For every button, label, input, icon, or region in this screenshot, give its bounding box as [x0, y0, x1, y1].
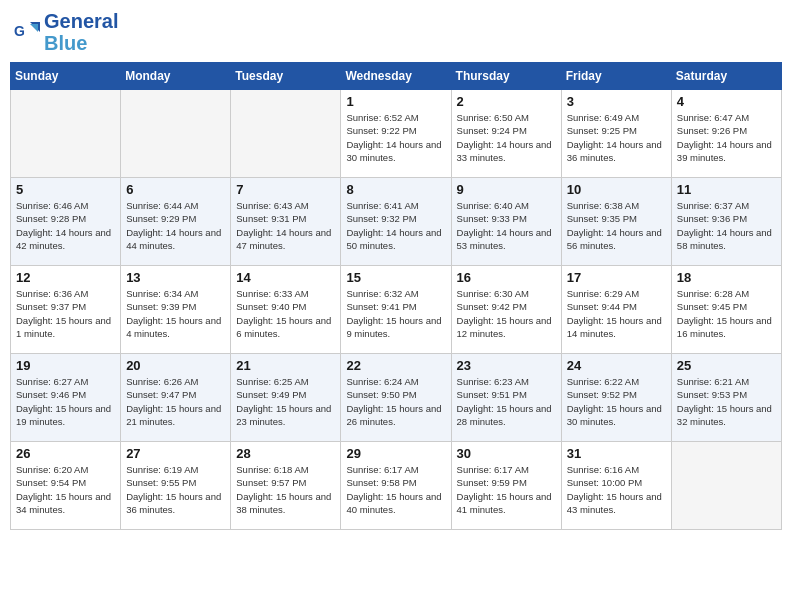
- day-number: 20: [126, 358, 225, 373]
- day-number: 18: [677, 270, 776, 285]
- calendar-cell: 6Sunrise: 6:44 AMSunset: 9:29 PMDaylight…: [121, 178, 231, 266]
- svg-text:G: G: [14, 23, 25, 39]
- calendar-cell: [11, 90, 121, 178]
- calendar-body: 1Sunrise: 6:52 AMSunset: 9:22 PMDaylight…: [11, 90, 782, 530]
- calendar-cell: 14Sunrise: 6:33 AMSunset: 9:40 PMDayligh…: [231, 266, 341, 354]
- logo-icon: G: [14, 18, 42, 46]
- day-number: 28: [236, 446, 335, 461]
- day-number: 24: [567, 358, 666, 373]
- calendar-cell: 10Sunrise: 6:38 AMSunset: 9:35 PMDayligh…: [561, 178, 671, 266]
- calendar-cell: 20Sunrise: 6:26 AMSunset: 9:47 PMDayligh…: [121, 354, 231, 442]
- calendar-cell: 27Sunrise: 6:19 AMSunset: 9:55 PMDayligh…: [121, 442, 231, 530]
- calendar-table: SundayMondayTuesdayWednesdayThursdayFrid…: [10, 62, 782, 530]
- calendar-week-row: 19Sunrise: 6:27 AMSunset: 9:46 PMDayligh…: [11, 354, 782, 442]
- day-number: 11: [677, 182, 776, 197]
- day-info: Sunrise: 6:17 AMSunset: 9:59 PMDaylight:…: [457, 463, 556, 516]
- calendar-cell: 16Sunrise: 6:30 AMSunset: 9:42 PMDayligh…: [451, 266, 561, 354]
- day-info: Sunrise: 6:27 AMSunset: 9:46 PMDaylight:…: [16, 375, 115, 428]
- calendar-week-row: 5Sunrise: 6:46 AMSunset: 9:28 PMDaylight…: [11, 178, 782, 266]
- day-info: Sunrise: 6:19 AMSunset: 9:55 PMDaylight:…: [126, 463, 225, 516]
- day-info: Sunrise: 6:23 AMSunset: 9:51 PMDaylight:…: [457, 375, 556, 428]
- weekday-header: Tuesday: [231, 63, 341, 90]
- day-number: 25: [677, 358, 776, 373]
- day-info: Sunrise: 6:30 AMSunset: 9:42 PMDaylight:…: [457, 287, 556, 340]
- svg-marker-2: [30, 24, 38, 32]
- day-number: 31: [567, 446, 666, 461]
- calendar-cell: 23Sunrise: 6:23 AMSunset: 9:51 PMDayligh…: [451, 354, 561, 442]
- day-info: Sunrise: 6:17 AMSunset: 9:58 PMDaylight:…: [346, 463, 445, 516]
- day-number: 2: [457, 94, 556, 109]
- day-number: 27: [126, 446, 225, 461]
- calendar-cell: [121, 90, 231, 178]
- day-info: Sunrise: 6:28 AMSunset: 9:45 PMDaylight:…: [677, 287, 776, 340]
- day-number: 21: [236, 358, 335, 373]
- calendar-cell: 17Sunrise: 6:29 AMSunset: 9:44 PMDayligh…: [561, 266, 671, 354]
- calendar-cell: 7Sunrise: 6:43 AMSunset: 9:31 PMDaylight…: [231, 178, 341, 266]
- day-info: Sunrise: 6:16 AMSunset: 10:00 PMDaylight…: [567, 463, 666, 516]
- weekday-header: Wednesday: [341, 63, 451, 90]
- day-info: Sunrise: 6:41 AMSunset: 9:32 PMDaylight:…: [346, 199, 445, 252]
- day-number: 13: [126, 270, 225, 285]
- day-number: 22: [346, 358, 445, 373]
- calendar-cell: 31Sunrise: 6:16 AMSunset: 10:00 PMDaylig…: [561, 442, 671, 530]
- day-number: 17: [567, 270, 666, 285]
- day-info: Sunrise: 6:37 AMSunset: 9:36 PMDaylight:…: [677, 199, 776, 252]
- calendar-cell: 2Sunrise: 6:50 AMSunset: 9:24 PMDaylight…: [451, 90, 561, 178]
- day-info: Sunrise: 6:52 AMSunset: 9:22 PMDaylight:…: [346, 111, 445, 164]
- day-info: Sunrise: 6:33 AMSunset: 9:40 PMDaylight:…: [236, 287, 335, 340]
- calendar-cell: 21Sunrise: 6:25 AMSunset: 9:49 PMDayligh…: [231, 354, 341, 442]
- day-info: Sunrise: 6:34 AMSunset: 9:39 PMDaylight:…: [126, 287, 225, 340]
- day-number: 26: [16, 446, 115, 461]
- logo-text: GeneralBlue: [44, 10, 118, 54]
- calendar-cell: [231, 90, 341, 178]
- day-number: 16: [457, 270, 556, 285]
- day-info: Sunrise: 6:29 AMSunset: 9:44 PMDaylight:…: [567, 287, 666, 340]
- day-number: 15: [346, 270, 445, 285]
- day-info: Sunrise: 6:20 AMSunset: 9:54 PMDaylight:…: [16, 463, 115, 516]
- day-info: Sunrise: 6:24 AMSunset: 9:50 PMDaylight:…: [346, 375, 445, 428]
- calendar-cell: 29Sunrise: 6:17 AMSunset: 9:58 PMDayligh…: [341, 442, 451, 530]
- day-info: Sunrise: 6:49 AMSunset: 9:25 PMDaylight:…: [567, 111, 666, 164]
- weekday-header: Saturday: [671, 63, 781, 90]
- calendar-cell: 3Sunrise: 6:49 AMSunset: 9:25 PMDaylight…: [561, 90, 671, 178]
- weekday-header: Monday: [121, 63, 231, 90]
- calendar-cell: 25Sunrise: 6:21 AMSunset: 9:53 PMDayligh…: [671, 354, 781, 442]
- day-number: 19: [16, 358, 115, 373]
- day-number: 1: [346, 94, 445, 109]
- day-number: 7: [236, 182, 335, 197]
- day-number: 10: [567, 182, 666, 197]
- calendar-cell: 19Sunrise: 6:27 AMSunset: 9:46 PMDayligh…: [11, 354, 121, 442]
- day-info: Sunrise: 6:50 AMSunset: 9:24 PMDaylight:…: [457, 111, 556, 164]
- calendar-cell: 1Sunrise: 6:52 AMSunset: 9:22 PMDaylight…: [341, 90, 451, 178]
- calendar-cell: 12Sunrise: 6:36 AMSunset: 9:37 PMDayligh…: [11, 266, 121, 354]
- calendar-week-row: 12Sunrise: 6:36 AMSunset: 9:37 PMDayligh…: [11, 266, 782, 354]
- calendar-cell: 18Sunrise: 6:28 AMSunset: 9:45 PMDayligh…: [671, 266, 781, 354]
- day-number: 30: [457, 446, 556, 461]
- day-info: Sunrise: 6:18 AMSunset: 9:57 PMDaylight:…: [236, 463, 335, 516]
- logo: G GeneralBlue: [14, 10, 118, 54]
- calendar-cell: 30Sunrise: 6:17 AMSunset: 9:59 PMDayligh…: [451, 442, 561, 530]
- calendar-header-row: SundayMondayTuesdayWednesdayThursdayFrid…: [11, 63, 782, 90]
- calendar-cell: 4Sunrise: 6:47 AMSunset: 9:26 PMDaylight…: [671, 90, 781, 178]
- day-number: 8: [346, 182, 445, 197]
- day-number: 14: [236, 270, 335, 285]
- day-number: 5: [16, 182, 115, 197]
- calendar-cell: 11Sunrise: 6:37 AMSunset: 9:36 PMDayligh…: [671, 178, 781, 266]
- calendar-cell: 28Sunrise: 6:18 AMSunset: 9:57 PMDayligh…: [231, 442, 341, 530]
- day-info: Sunrise: 6:46 AMSunset: 9:28 PMDaylight:…: [16, 199, 115, 252]
- day-number: 9: [457, 182, 556, 197]
- day-number: 29: [346, 446, 445, 461]
- day-info: Sunrise: 6:38 AMSunset: 9:35 PMDaylight:…: [567, 199, 666, 252]
- calendar-cell: 22Sunrise: 6:24 AMSunset: 9:50 PMDayligh…: [341, 354, 451, 442]
- day-info: Sunrise: 6:26 AMSunset: 9:47 PMDaylight:…: [126, 375, 225, 428]
- calendar-cell: 13Sunrise: 6:34 AMSunset: 9:39 PMDayligh…: [121, 266, 231, 354]
- day-info: Sunrise: 6:43 AMSunset: 9:31 PMDaylight:…: [236, 199, 335, 252]
- calendar-cell: 26Sunrise: 6:20 AMSunset: 9:54 PMDayligh…: [11, 442, 121, 530]
- day-info: Sunrise: 6:47 AMSunset: 9:26 PMDaylight:…: [677, 111, 776, 164]
- day-info: Sunrise: 6:25 AMSunset: 9:49 PMDaylight:…: [236, 375, 335, 428]
- calendar-cell: 24Sunrise: 6:22 AMSunset: 9:52 PMDayligh…: [561, 354, 671, 442]
- day-number: 23: [457, 358, 556, 373]
- day-info: Sunrise: 6:22 AMSunset: 9:52 PMDaylight:…: [567, 375, 666, 428]
- calendar-cell: 15Sunrise: 6:32 AMSunset: 9:41 PMDayligh…: [341, 266, 451, 354]
- day-info: Sunrise: 6:32 AMSunset: 9:41 PMDaylight:…: [346, 287, 445, 340]
